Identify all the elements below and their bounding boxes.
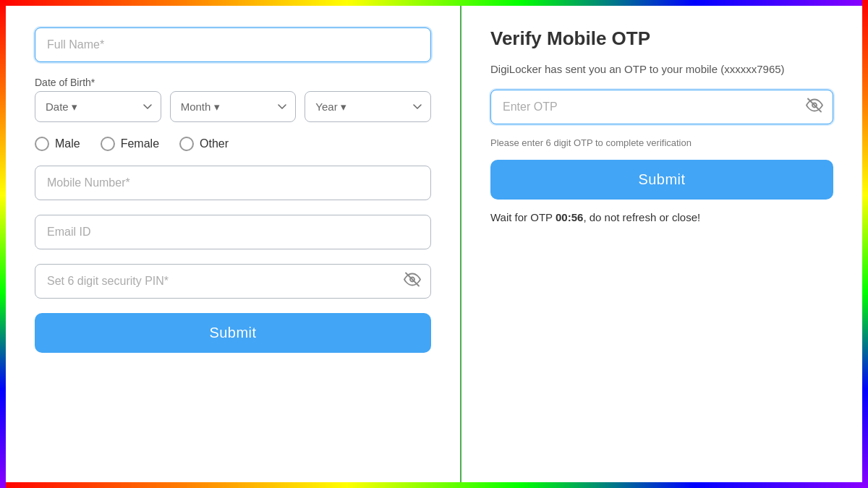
dob-month-select[interactable]: Month ▾JanuaryFebruaryMarchAprilMayJuneJ…: [170, 91, 297, 122]
pin-wrapper: [35, 264, 431, 299]
rainbow-border-top: [0, 0, 868, 6]
right-submit-button[interactable]: Submit: [490, 160, 833, 200]
gender-female-option[interactable]: Female: [101, 137, 159, 151]
dob-row: Date ▾1234567891011121314151617181920212…: [35, 91, 431, 122]
other-label: Other: [200, 137, 229, 150]
other-radio[interactable]: [179, 137, 194, 151]
dob-section: Date of Birth* Date ▾1234567891011121314…: [35, 77, 431, 122]
gender-other-option[interactable]: Other: [179, 137, 229, 151]
otp-hint: Please enter 6 digit OTP to complete ver…: [490, 137, 833, 148]
verify-title: Verify Mobile OTP: [490, 27, 833, 50]
wait-suffix: , do not refresh or close!: [583, 211, 700, 223]
male-radio[interactable]: [35, 137, 49, 151]
wait-time: 00:56: [556, 211, 583, 223]
verify-description: DigiLocker has sent you an OTP to your m…: [490, 61, 833, 78]
mobile-input[interactable]: [35, 166, 431, 200]
email-input[interactable]: [35, 215, 431, 249]
left-submit-button[interactable]: Submit: [35, 313, 431, 353]
otp-wrapper: [490, 90, 833, 124]
otp-input[interactable]: [490, 90, 833, 124]
fullname-input[interactable]: [35, 27, 431, 62]
rainbow-border-left: [0, 0, 6, 488]
wait-prefix: Wait for OTP: [490, 211, 556, 223]
gender-row: Male Female Other: [35, 137, 431, 151]
left-panel: Date of Birth* Date ▾1234567891011121314…: [6, 6, 461, 482]
rainbow-border-right: [862, 0, 868, 488]
dob-year-select[interactable]: Year ▾2024202320222021202020192018201720…: [305, 91, 431, 122]
dob-label: Date of Birth*: [35, 77, 431, 88]
pin-eye-icon[interactable]: [404, 271, 421, 292]
female-label: Female: [121, 137, 159, 150]
main-container: Date of Birth* Date ▾1234567891011121314…: [6, 6, 862, 482]
otp-eye-icon[interactable]: [806, 96, 823, 117]
dob-date-select[interactable]: Date ▾1234567891011121314151617181920212…: [35, 91, 161, 122]
gender-male-option[interactable]: Male: [35, 137, 80, 151]
rainbow-border-bottom: [0, 482, 868, 488]
right-panel: Verify Mobile OTP DigiLocker has sent yo…: [461, 6, 862, 482]
male-label: Male: [55, 137, 80, 150]
female-radio[interactable]: [101, 137, 115, 151]
pin-input[interactable]: [35, 264, 431, 299]
wait-text: Wait for OTP 00:56, do not refresh or cl…: [490, 211, 833, 223]
